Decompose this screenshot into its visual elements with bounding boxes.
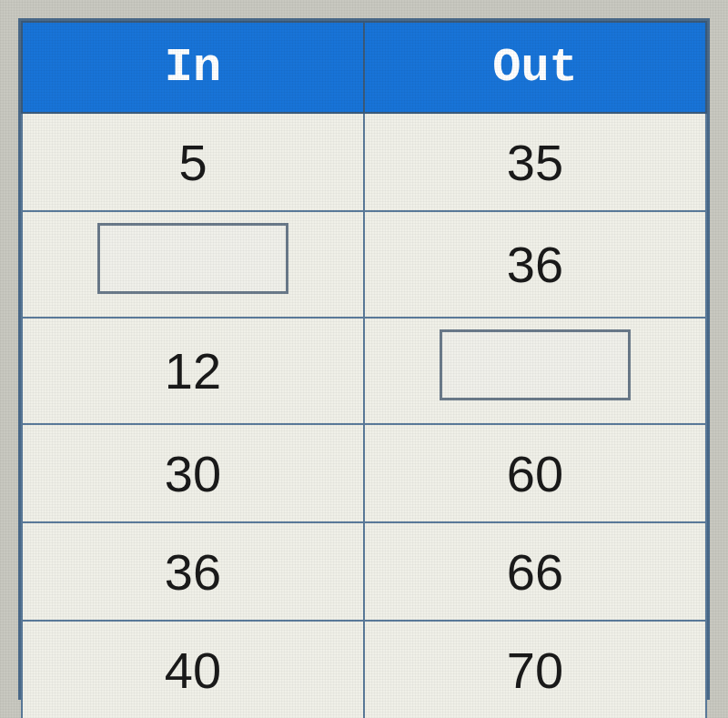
table-header-row: In Out xyxy=(22,22,706,113)
cell-out: 70 xyxy=(364,621,706,718)
cell-in-blank xyxy=(22,211,364,318)
cell-out: 35 xyxy=(364,113,706,211)
cell-out: 66 xyxy=(364,522,706,621)
cell-in: 5 xyxy=(22,113,364,211)
cell-out-blank xyxy=(364,318,706,424)
blank-input-box[interactable] xyxy=(440,329,631,400)
cell-out: 60 xyxy=(364,424,706,522)
in-out-table: In Out 5 35 36 12 30 xyxy=(21,21,707,718)
cell-out: 36 xyxy=(364,211,706,318)
table-row: 40 70 xyxy=(22,621,706,718)
in-out-table-container: In Out 5 35 36 12 30 xyxy=(18,18,710,700)
table-row: 5 35 xyxy=(22,113,706,211)
cell-in: 40 xyxy=(22,621,364,718)
cell-in: 12 xyxy=(22,318,364,424)
table-row: 36 xyxy=(22,211,706,318)
cell-in: 30 xyxy=(22,424,364,522)
blank-input-box[interactable] xyxy=(97,223,288,294)
table-row: 30 60 xyxy=(22,424,706,522)
header-in: In xyxy=(22,22,364,113)
header-out: Out xyxy=(364,22,706,113)
table-row: 12 xyxy=(22,318,706,424)
cell-in: 36 xyxy=(22,522,364,621)
table-row: 36 66 xyxy=(22,522,706,621)
